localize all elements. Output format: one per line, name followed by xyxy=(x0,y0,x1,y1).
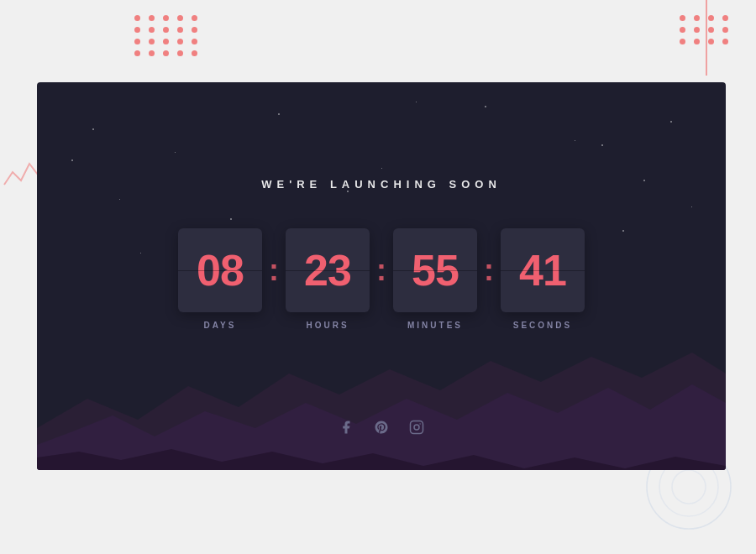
svg-point-7 xyxy=(414,425,419,430)
hours-value: 23 xyxy=(304,248,351,292)
hours-unit: 23 HOURS xyxy=(286,228,370,330)
hours-card: 23 xyxy=(286,228,370,312)
colon-1: : xyxy=(269,253,279,288)
seconds-unit: 41 SECONDS xyxy=(501,228,585,330)
colon-3: : xyxy=(484,253,494,288)
countdown-timer: 08 DAYS : 23 HOURS : 55 MINUTES : xyxy=(178,228,585,330)
svg-rect-6 xyxy=(411,421,423,434)
days-card: 08 xyxy=(178,228,262,312)
seconds-card: 41 xyxy=(501,228,585,312)
svg-point-8 xyxy=(419,423,421,425)
pinterest-icon[interactable] xyxy=(374,420,389,438)
instagram-icon[interactable] xyxy=(409,420,424,438)
minutes-card: 55 xyxy=(393,228,477,312)
launch-title: WE'RE LAUNCHING SOON xyxy=(261,178,501,191)
seconds-label: SECONDS xyxy=(513,321,572,330)
facebook-icon[interactable] xyxy=(339,420,354,438)
days-unit: 08 DAYS xyxy=(178,228,262,330)
minutes-value: 55 xyxy=(412,248,459,292)
minutes-unit: 55 MINUTES xyxy=(393,228,477,330)
main-card: WE'RE LAUNCHING SOON 08 DAYS : 23 HOURS … xyxy=(37,82,726,470)
colon-2: : xyxy=(376,253,386,288)
hours-label: HOURS xyxy=(306,321,349,330)
days-value: 08 xyxy=(197,248,244,292)
decorative-dots-topleft xyxy=(134,15,200,56)
minutes-label: MINUTES xyxy=(407,321,463,330)
decorative-line-right xyxy=(706,0,707,76)
social-bar xyxy=(37,420,726,438)
seconds-value: 41 xyxy=(519,248,566,292)
card-content: WE'RE LAUNCHING SOON 08 DAYS : 23 HOURS … xyxy=(37,82,726,470)
days-label: DAYS xyxy=(204,321,237,330)
svg-point-2 xyxy=(672,470,706,504)
